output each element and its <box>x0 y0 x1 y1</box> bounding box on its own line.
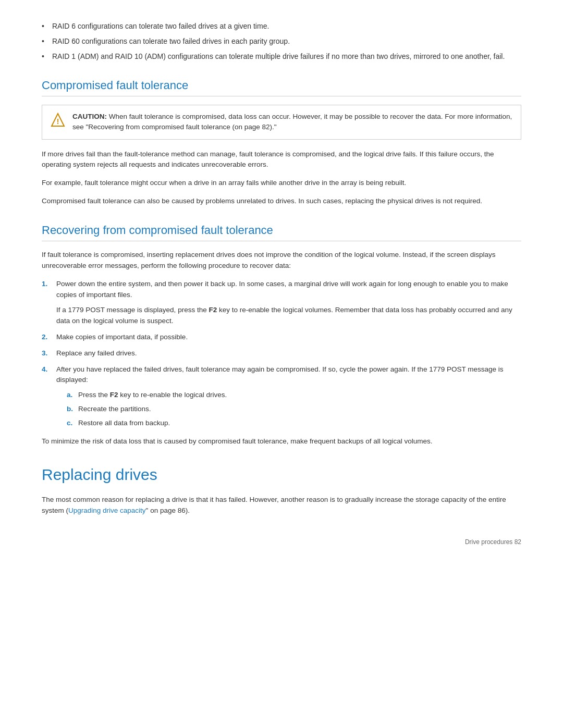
step4a-text: Press the <box>78 391 108 399</box>
step-1: Power down the entire system, and then p… <box>42 279 521 327</box>
compromised-section: Compromised fault tolerance ! CAUTION: W… <box>42 77 521 207</box>
caution-content: CAUTION: When fault tolerance is comprom… <box>72 112 512 133</box>
compromised-heading: Compromised fault tolerance <box>42 77 521 96</box>
step4a-f2: F2 <box>110 391 118 399</box>
page-footer: Drive procedures 82 <box>42 537 521 547</box>
step-3: Replace any failed drives. <box>42 348 521 359</box>
step4a-text2: key to re-enable the logical drives. <box>120 391 227 399</box>
recovering-section: Recovering from compromised fault tolera… <box>42 221 521 447</box>
svg-text:!: ! <box>57 117 59 126</box>
caution-box: ! CAUTION: When fault tolerance is compr… <box>42 105 521 140</box>
recovering-heading: Recovering from compromised fault tolera… <box>42 221 521 241</box>
replacing-para: The most common reason for replacing a d… <box>42 495 521 516</box>
caution-label: CAUTION: <box>72 113 107 120</box>
compromised-para3: Compromised fault tolerance can also be … <box>42 196 521 207</box>
step-2: Make copies of important data, if possib… <box>42 332 521 343</box>
caution-icon: ! <box>51 113 65 127</box>
replacing-text-end: " on page 86). <box>146 507 190 514</box>
intro-bullet-list: RAID 6 configurations can tolerate two f… <box>42 21 521 62</box>
step4-main-text: After you have replaced the failed drive… <box>56 365 503 384</box>
step1-sub-para: If a 1779 POST message is displayed, pre… <box>56 305 521 327</box>
step-4: After you have replaced the failed drive… <box>42 364 521 429</box>
caution-body: When fault tolerance is compromised, dat… <box>72 113 512 131</box>
recovering-closing: To minimize the risk of data loss that i… <box>42 436 521 447</box>
footer-text: Drive procedures 82 <box>465 538 521 546</box>
step1-f2-key: F2 <box>209 306 217 314</box>
replacing-section: Replacing drives The most common reason … <box>42 463 521 516</box>
recovering-intro: If fault tolerance is compromised, inser… <box>42 250 521 272</box>
bullet-item-2: RAID 60 configurations can tolerate two … <box>42 36 521 47</box>
replacing-heading: Replacing drives <box>42 463 521 486</box>
upgrading-drive-capacity-link[interactable]: Upgrading drive capacity <box>68 507 146 514</box>
step4-substeps: Press the F2 key to re-enable the logica… <box>67 390 521 429</box>
recovery-steps: Power down the entire system, and then p… <box>42 279 521 429</box>
bullet-item-3: RAID 1 (ADM) and RAID 10 (ADM) configura… <box>42 51 521 62</box>
step1-sub-text: If a 1779 POST message is displayed, pre… <box>56 306 207 314</box>
step4c: Restore all data from backup. <box>67 418 521 429</box>
compromised-para1: If more drives fail than the fault-toler… <box>42 149 521 171</box>
step4b: Recreate the partitions. <box>67 404 521 415</box>
compromised-para2: For example, fault tolerance might occur… <box>42 178 521 189</box>
step4a: Press the F2 key to re-enable the logica… <box>67 390 521 401</box>
step1-main-text: Power down the entire system, and then p… <box>56 280 508 299</box>
bullet-item-1: RAID 6 configurations can tolerate two f… <box>42 21 521 32</box>
